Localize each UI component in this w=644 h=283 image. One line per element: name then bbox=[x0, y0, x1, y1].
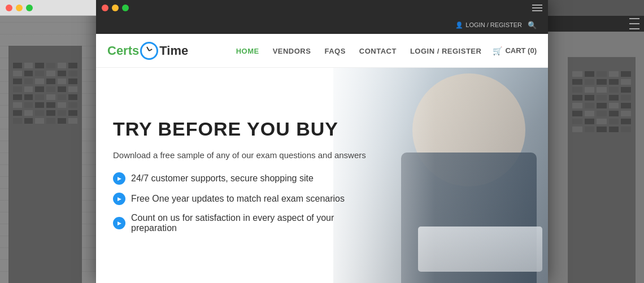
nav-link-vendors[interactable]: VENDORS bbox=[273, 47, 311, 55]
site-logo[interactable]: Certs Time bbox=[107, 42, 188, 60]
right-secondary-bar bbox=[548, 16, 644, 32]
feature-icon-3 bbox=[113, 217, 125, 229]
close-btn[interactable] bbox=[102, 5, 108, 11]
logo-certs: Certs bbox=[107, 43, 139, 58]
cart-label: CART (0) bbox=[505, 46, 537, 55]
hero-section: TRY BEFORE YOU BUY Download a free sampl… bbox=[96, 68, 548, 283]
nav-link-contact[interactable]: CONTACT bbox=[359, 47, 397, 55]
inner-window: 👤 LOGIN / REGISTER 🔍 Certs Time HOME VEN… bbox=[96, 0, 548, 283]
feature-text-3: Count on us for satisfaction in every as… bbox=[131, 213, 373, 233]
nav-item-faqs[interactable]: FAQS bbox=[324, 46, 345, 56]
feature-item-1: 24/7 customer supports, secure shopping … bbox=[113, 172, 373, 185]
feature-icon-2 bbox=[113, 193, 125, 205]
login-register-link[interactable]: 👤 LOGIN / REGISTER bbox=[455, 21, 522, 29]
top-bar: 👤 LOGIN / REGISTER 🔍 bbox=[96, 16, 548, 34]
feature-item-2: Free One year updates to match real exam… bbox=[113, 193, 373, 205]
nav-item-login[interactable]: LOGIN / REGISTER bbox=[410, 46, 481, 56]
feature-icon-1 bbox=[113, 172, 125, 185]
hero-subtitle: Download a free sample of any of our exa… bbox=[113, 150, 373, 160]
nav-item-contact[interactable]: CONTACT bbox=[359, 46, 397, 56]
feature-item-3: Count on us for satisfaction in every as… bbox=[113, 213, 373, 233]
hero-content: TRY BEFORE YOU BUY Download a free sampl… bbox=[96, 107, 390, 245]
search-icon[interactable]: 🔍 bbox=[528, 21, 537, 29]
side-panel-left bbox=[0, 16, 96, 283]
os-maximize-btn[interactable] bbox=[26, 5, 33, 11]
side-panel-right bbox=[548, 16, 644, 283]
navbar: Certs Time HOME VENDORS FAQS CONTACT LOG… bbox=[96, 34, 548, 68]
logo-time: Time bbox=[159, 43, 188, 58]
nav-link-home[interactable]: HOME bbox=[236, 47, 259, 55]
maximize-btn[interactable] bbox=[122, 5, 129, 11]
hero-features: 24/7 customer supports, secure shopping … bbox=[113, 172, 373, 233]
feature-text-1: 24/7 customer supports, secure shopping … bbox=[131, 173, 314, 184]
nav-item-home[interactable]: HOME bbox=[236, 46, 259, 56]
cart-link[interactable]: 🛒 CART (0) bbox=[493, 46, 537, 55]
feature-text-2: Free One year updates to match real exam… bbox=[131, 194, 345, 204]
nav-item-vendors[interactable]: VENDORS bbox=[273, 46, 311, 56]
cart-icon: 🛒 bbox=[493, 46, 502, 55]
os-minimize-btn[interactable] bbox=[16, 5, 23, 11]
nav-link-faqs[interactable]: FAQS bbox=[324, 47, 345, 55]
minimize-btn[interactable] bbox=[112, 5, 119, 11]
os-close-btn[interactable] bbox=[6, 5, 12, 11]
hero-title: TRY BEFORE YOU BUY bbox=[113, 118, 373, 140]
inner-titlebar bbox=[96, 0, 548, 16]
logo-clock-icon bbox=[140, 42, 158, 60]
hamburger-icon bbox=[629, 17, 639, 31]
nav-link-login[interactable]: LOGIN / REGISTER bbox=[410, 47, 481, 55]
nav-links: HOME VENDORS FAQS CONTACT LOGIN / REGIST… bbox=[236, 46, 482, 56]
